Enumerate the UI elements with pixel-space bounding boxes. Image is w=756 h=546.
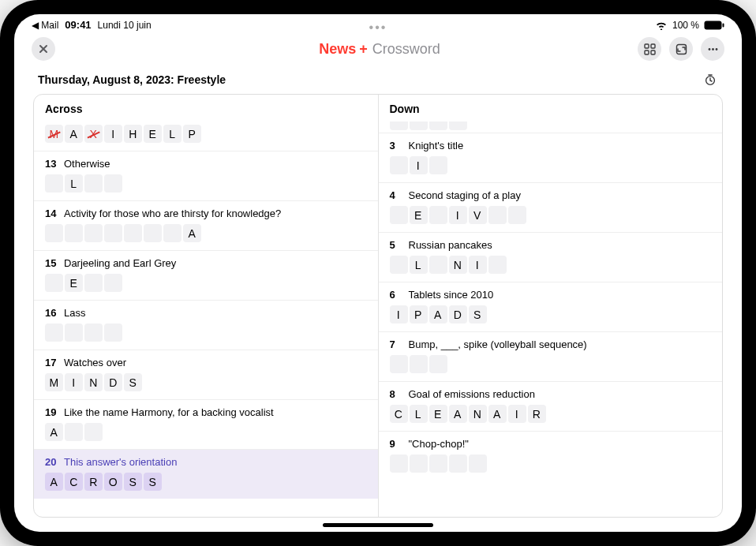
letter-cell[interactable]: A (65, 125, 83, 143)
letter-cell[interactable]: O (104, 473, 122, 491)
letter-cell[interactable]: L (65, 174, 83, 193)
letter-cell[interactable] (429, 122, 447, 130)
letter-cell[interactable]: N (469, 405, 487, 423)
clue-row[interactable]: 3Knight's titleI (379, 133, 723, 182)
expand-button[interactable] (669, 37, 693, 61)
letter-cell[interactable]: A (429, 305, 447, 323)
letter-cell[interactable]: R (528, 405, 546, 423)
letter-cell[interactable]: I (390, 305, 408, 323)
letter-cell[interactable]: N (449, 256, 467, 274)
home-indicator[interactable] (323, 523, 433, 527)
letter-cell[interactable] (390, 156, 408, 174)
letter-cell[interactable]: I (65, 373, 83, 391)
back-to-app-link[interactable]: ◀ Mail (32, 20, 58, 31)
letter-cell[interactable]: E (429, 405, 447, 423)
letter-cell[interactable] (144, 224, 162, 242)
timer-icon[interactable] (702, 72, 718, 88)
letter-cell[interactable]: N (84, 373, 103, 391)
clue-row[interactable]: 14Activity for those who are thirsty for… (34, 200, 378, 250)
clue-row[interactable]: 5Russian pancakesLNI (379, 232, 723, 282)
letter-cell[interactable] (65, 224, 83, 242)
letter-cell[interactable] (390, 206, 408, 224)
letter-cell[interactable] (429, 206, 447, 224)
clue-row[interactable]: 15Darjeeling and Earl GreyE (34, 250, 378, 300)
letter-cell[interactable]: V (469, 206, 487, 224)
letter-cell[interactable] (65, 423, 83, 441)
clue-row[interactable]: 20This answer's orientationACROSS (34, 449, 378, 499)
letter-cell[interactable] (84, 423, 103, 441)
letter-cell[interactable] (449, 122, 467, 130)
letter-cell[interactable]: E (65, 274, 83, 292)
clue-row[interactable]: 13OtherwiseL (34, 151, 378, 200)
letter-cell[interactable]: R (84, 473, 103, 491)
letter-cell[interactable] (469, 454, 487, 473)
letter-cell[interactable] (124, 224, 142, 242)
clue-row[interactable]: 19Like the name Harmony, for a backing v… (34, 399, 378, 449)
letter-cell[interactable] (488, 256, 507, 274)
letter-cell[interactable] (84, 174, 103, 193)
grid-view-button[interactable] (638, 37, 661, 61)
letter-cell[interactable] (390, 122, 408, 130)
letter-cell[interactable]: I (508, 405, 526, 423)
letter-cell[interactable]: H (124, 125, 142, 143)
letter-cell[interactable]: D (449, 305, 467, 323)
letter-cell[interactable] (84, 323, 103, 342)
letter-cell[interactable] (163, 224, 182, 242)
letter-cell[interactable] (84, 274, 103, 292)
multitask-dots-icon[interactable]: ••• (369, 21, 387, 35)
letter-cell[interactable]: S (144, 473, 162, 491)
letter-cell[interactable]: S (469, 305, 487, 323)
letter-cell[interactable] (104, 323, 122, 342)
letter-cell[interactable] (65, 323, 83, 342)
letter-cell[interactable]: L (163, 125, 182, 143)
letter-cell[interactable] (390, 355, 408, 373)
letter-cell[interactable]: L (410, 256, 428, 274)
letter-cell[interactable] (104, 174, 122, 193)
letter-cell[interactable] (488, 206, 507, 224)
letter-cell[interactable]: M (45, 125, 63, 143)
letter-cell[interactable] (508, 206, 526, 224)
letter-cell[interactable]: D (104, 373, 122, 391)
letter-cell[interactable]: L (410, 405, 428, 423)
letter-cell[interactable]: I (449, 206, 467, 224)
letter-cell[interactable]: A (45, 423, 63, 441)
letter-cell[interactable]: E (410, 206, 428, 224)
letter-cell[interactable] (104, 224, 122, 242)
clue-row[interactable]: 6Tablets since 2010IPADS (379, 282, 723, 331)
clue-row[interactable]: 4Second staging of a playEIV (379, 182, 723, 232)
letter-cell[interactable]: C (65, 473, 83, 491)
letter-cell[interactable] (45, 174, 63, 193)
letter-cell[interactable]: X (84, 125, 103, 143)
letter-cell[interactable]: I (410, 156, 428, 174)
letter-cell[interactable]: A (488, 405, 507, 423)
clue-row[interactable]: 7Bump, ___, spike (volleyball sequence) (379, 331, 723, 381)
letter-cell[interactable]: I (104, 125, 122, 143)
letter-cell[interactable] (45, 224, 63, 242)
letter-cell[interactable] (449, 454, 467, 473)
letter-cell[interactable] (84, 224, 103, 242)
letter-cell[interactable] (45, 274, 63, 292)
letter-cell[interactable]: A (45, 473, 63, 491)
clue-row[interactable]: 17Watches overMINDS (34, 350, 378, 399)
letter-cell[interactable] (410, 355, 428, 373)
letter-cell[interactable]: I (469, 256, 487, 274)
letter-cell[interactable]: S (124, 373, 142, 391)
letter-cell[interactable] (390, 256, 408, 274)
letter-cell[interactable] (410, 454, 428, 473)
letter-cell[interactable] (410, 122, 428, 130)
letter-cell[interactable]: P (183, 125, 201, 143)
letter-cell[interactable] (390, 454, 408, 473)
letter-cell[interactable] (429, 156, 447, 174)
more-button[interactable] (701, 37, 724, 61)
clue-row[interactable]: MAXIHELP (34, 122, 378, 151)
clue-row[interactable]: 8Goal of emissions reductionCLEANAIR (379, 381, 723, 431)
clue-row[interactable]: 16Lass (34, 300, 378, 350)
letter-cell[interactable]: A (183, 224, 201, 242)
letter-cell[interactable] (429, 454, 447, 473)
letter-cell[interactable]: S (124, 473, 142, 491)
letter-cell[interactable] (104, 274, 122, 292)
letter-cell[interactable]: C (390, 405, 408, 423)
letter-cell[interactable] (429, 355, 447, 373)
letter-cell[interactable]: E (144, 125, 162, 143)
clue-row[interactable]: 9"Chop-chop!" (379, 431, 723, 481)
